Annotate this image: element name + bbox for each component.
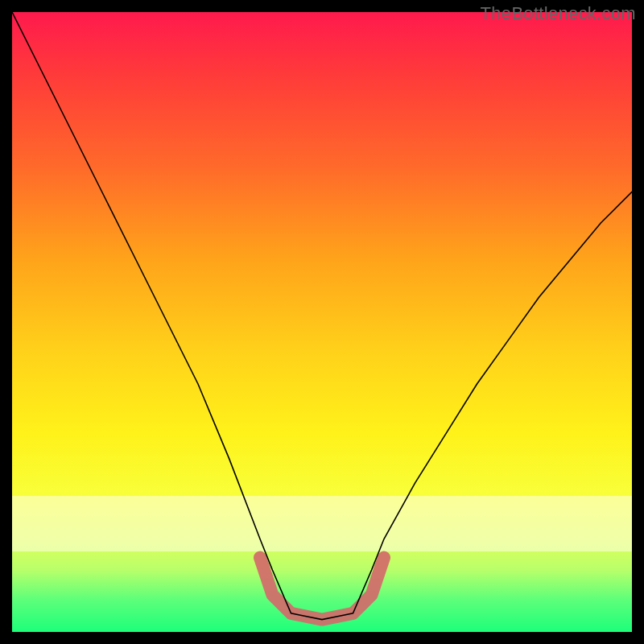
optimal-trough-highlight [260, 558, 384, 620]
bottleneck-curve [12, 12, 632, 620]
plot-area [12, 12, 632, 632]
chart-frame: TheBottleneck.com [0, 0, 644, 644]
curve-layer [12, 12, 632, 632]
watermark-text: TheBottleneck.com [481, 3, 636, 24]
